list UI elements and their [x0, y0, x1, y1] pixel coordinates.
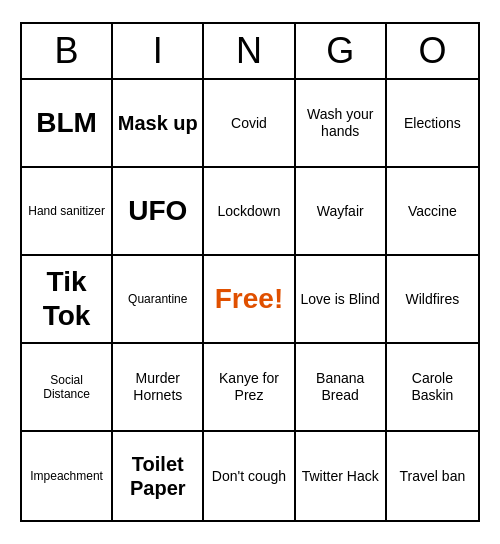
cell-text-normal: Don't cough: [212, 468, 286, 485]
cell-text-normal: Wayfair: [317, 203, 364, 220]
bingo-header: BINGO: [22, 24, 478, 80]
cell-text-large: BLM: [36, 106, 97, 140]
bingo-cell: Tik Tok: [22, 256, 113, 344]
bingo-card: BINGO BLMMask upCovidWash your handsElec…: [20, 22, 480, 522]
bingo-cell: Social Distance: [22, 344, 113, 432]
cell-text-small: Social Distance: [26, 373, 107, 402]
cell-text-normal: Banana Bread: [300, 370, 381, 404]
bingo-cell: Vaccine: [387, 168, 478, 256]
header-letter: N: [204, 24, 295, 78]
bingo-cell: Mask up: [113, 80, 204, 168]
cell-text-large: UFO: [128, 194, 187, 228]
header-letter: B: [22, 24, 113, 78]
bingo-cell: Wayfair: [296, 168, 387, 256]
bingo-cell: Elections: [387, 80, 478, 168]
bingo-cell: Covid: [204, 80, 295, 168]
cell-text-small: Impeachment: [30, 469, 103, 483]
cell-text-normal: Lockdown: [217, 203, 280, 220]
bingo-grid: BLMMask upCovidWash your handsElectionsH…: [22, 80, 478, 520]
cell-text-normal: Vaccine: [408, 203, 457, 220]
cell-text-normal: Wildfires: [406, 291, 460, 308]
cell-text-small: Quarantine: [128, 292, 187, 306]
cell-text-normal: Travel ban: [400, 468, 466, 485]
bingo-cell: Hand sanitizer: [22, 168, 113, 256]
cell-text-medium: Toilet Paper: [117, 452, 198, 500]
bingo-cell: Carole Baskin: [387, 344, 478, 432]
bingo-cell: Wash your hands: [296, 80, 387, 168]
cell-text-medium: Mask up: [118, 111, 198, 135]
bingo-cell: Banana Bread: [296, 344, 387, 432]
bingo-cell: Quarantine: [113, 256, 204, 344]
bingo-cell: Lockdown: [204, 168, 295, 256]
cell-text-normal: Carole Baskin: [391, 370, 474, 404]
bingo-cell: Free!: [204, 256, 295, 344]
cell-text-normal: Love is Blind: [301, 291, 380, 308]
bingo-cell: Murder Hornets: [113, 344, 204, 432]
bingo-cell: Impeachment: [22, 432, 113, 520]
cell-text-normal: Wash your hands: [300, 106, 381, 140]
bingo-cell: UFO: [113, 168, 204, 256]
cell-text-normal: Covid: [231, 115, 267, 132]
bingo-cell: Travel ban: [387, 432, 478, 520]
header-letter: I: [113, 24, 204, 78]
cell-text-normal: Murder Hornets: [117, 370, 198, 404]
bingo-cell: Toilet Paper: [113, 432, 204, 520]
cell-text-small: Hand sanitizer: [28, 204, 105, 218]
bingo-cell: BLM: [22, 80, 113, 168]
bingo-cell: Love is Blind: [296, 256, 387, 344]
cell-text-normal: Kanye for Prez: [208, 370, 289, 404]
cell-text-normal: Elections: [404, 115, 461, 132]
header-letter: G: [296, 24, 387, 78]
bingo-cell: Wildfires: [387, 256, 478, 344]
bingo-cell: Twitter Hack: [296, 432, 387, 520]
header-letter: O: [387, 24, 478, 78]
bingo-cell: Don't cough: [204, 432, 295, 520]
bingo-cell: Kanye for Prez: [204, 344, 295, 432]
cell-text-large: Tik Tok: [26, 265, 107, 332]
cell-text-normal: Twitter Hack: [302, 468, 379, 485]
cell-text-free: Free!: [215, 282, 283, 316]
